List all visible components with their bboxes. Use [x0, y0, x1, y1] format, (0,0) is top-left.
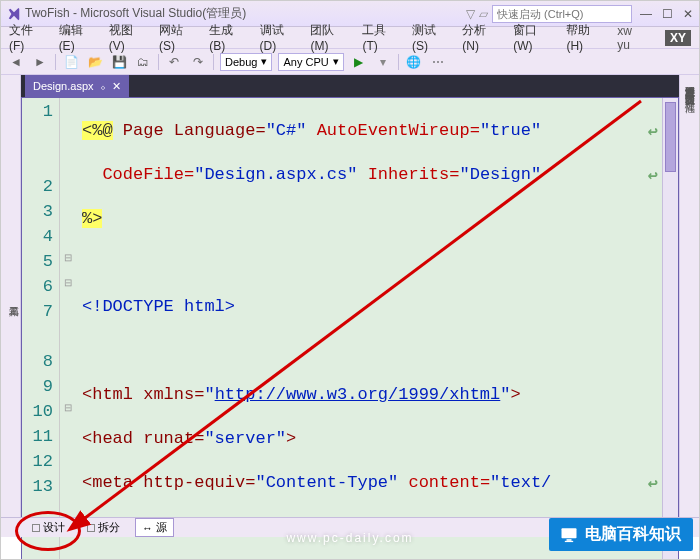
design-view-button[interactable]: 设计 — [25, 518, 72, 537]
svg-rect-2 — [567, 539, 572, 541]
scroll-thumb[interactable] — [665, 102, 676, 172]
menu-bar: 文件(F) 编辑(E) 视图(V) 网站(S) 生成(B) 调试(D) 团队(M… — [1, 27, 699, 49]
down-arrow-icon[interactable]: ▽ — [466, 7, 475, 21]
separator — [213, 54, 214, 70]
menu-analyze[interactable]: 分析(N) — [462, 22, 499, 53]
properties-tab[interactable]: 属性 — [680, 91, 698, 99]
chevron-down-icon: ▾ — [261, 55, 267, 68]
minimize-button[interactable]: — — [640, 7, 652, 21]
monitor-icon — [559, 525, 579, 545]
team-explorer-tab[interactable]: 团队资源管理器 — [680, 83, 698, 91]
menu-build[interactable]: 生成(B) — [209, 22, 245, 53]
config-combo[interactable]: Debug▾ — [220, 53, 272, 71]
start-debug-button[interactable]: ▶ — [350, 53, 368, 71]
redo-icon[interactable]: ↷ — [189, 53, 207, 71]
center-pane: Design.aspx ⬦ ✕ 1 234 567 89 101112 13 ⊟… — [21, 75, 679, 519]
open-icon[interactable]: 📂 — [86, 53, 104, 71]
pin-icon[interactable]: ⬦ — [100, 81, 106, 92]
browser-icon[interactable]: 🌐 — [405, 53, 423, 71]
line-numbers: 1 234 567 89 101112 13 — [22, 98, 60, 560]
code-editor[interactable]: 1 234 567 89 101112 13 ⊟⊟⊟ <%@ Page Lang… — [21, 97, 679, 560]
user-badge[interactable]: XY — [665, 30, 691, 46]
menu-debug[interactable]: 调试(D) — [260, 22, 297, 53]
tab-design-aspx[interactable]: Design.aspx ⬦ ✕ — [25, 75, 129, 97]
menu-edit[interactable]: 编辑(E) — [59, 22, 95, 53]
code-area[interactable]: <%@ Page Language="C#" AutoEventWireup="… — [76, 98, 662, 560]
separator — [398, 54, 399, 70]
menu-file[interactable]: 文件(F) — [9, 22, 45, 53]
close-button[interactable]: ✕ — [683, 7, 693, 21]
vs-logo-icon — [7, 7, 21, 21]
svg-rect-3 — [565, 540, 573, 541]
brand-badge: 电脑百科知识 — [549, 518, 693, 551]
save-icon[interactable]: 💾 — [110, 53, 128, 71]
menu-website[interactable]: 网站(S) — [159, 22, 195, 53]
right-dock: 解决方案资源管理器 团队资源管理器 属性 — [679, 75, 699, 519]
menu-test[interactable]: 测试(S) — [412, 22, 448, 53]
tab-label: Design.aspx — [33, 80, 94, 92]
chevron-down-icon: ▾ — [333, 55, 339, 68]
menu-view[interactable]: 视图(V) — [109, 22, 145, 53]
menu-team[interactable]: 团队(M) — [310, 22, 348, 53]
close-tab-icon[interactable]: ✕ — [112, 80, 121, 93]
notification-icon[interactable]: ▱ — [479, 7, 488, 21]
chevron-down-icon[interactable]: ▾ — [374, 53, 392, 71]
quick-launch-input[interactable] — [492, 5, 632, 23]
window-title: TwoFish - Microsoft Visual Studio(管理员) — [25, 5, 466, 22]
vertical-scrollbar[interactable] — [662, 98, 678, 560]
split-view-button[interactable]: 拆分 — [80, 518, 127, 537]
document-tabs: Design.aspx ⬦ ✕ — [21, 75, 679, 97]
source-view-button[interactable]: ↔源 — [135, 518, 174, 537]
menu-help[interactable]: 帮助(H) — [566, 22, 603, 53]
menu-window[interactable]: 窗口(W) — [513, 22, 552, 53]
new-project-icon[interactable]: 📄 — [62, 53, 80, 71]
solution-explorer-tab[interactable]: 解决方案资源管理器 — [680, 75, 698, 83]
user-name[interactable]: xw yu — [617, 24, 645, 52]
platform-combo[interactable]: Any CPU▾ — [278, 53, 343, 71]
editor-shell: 工具箱 Design.aspx ⬦ ✕ 1 234 567 89 101112 … — [1, 75, 699, 519]
forward-icon[interactable]: ► — [31, 53, 49, 71]
more-icon[interactable]: ⋯ — [429, 53, 447, 71]
back-icon[interactable]: ◄ — [7, 53, 25, 71]
menu-tools[interactable]: 工具(T) — [362, 22, 398, 53]
separator — [55, 54, 56, 70]
save-all-icon[interactable]: 🗂 — [134, 53, 152, 71]
maximize-button[interactable]: ☐ — [662, 7, 673, 21]
toolbox-tab[interactable]: 工具箱 — [1, 75, 21, 519]
svg-rect-1 — [562, 528, 577, 538]
separator — [158, 54, 159, 70]
undo-icon[interactable]: ↶ — [165, 53, 183, 71]
outline-column: ⊟⊟⊟ — [60, 98, 76, 560]
